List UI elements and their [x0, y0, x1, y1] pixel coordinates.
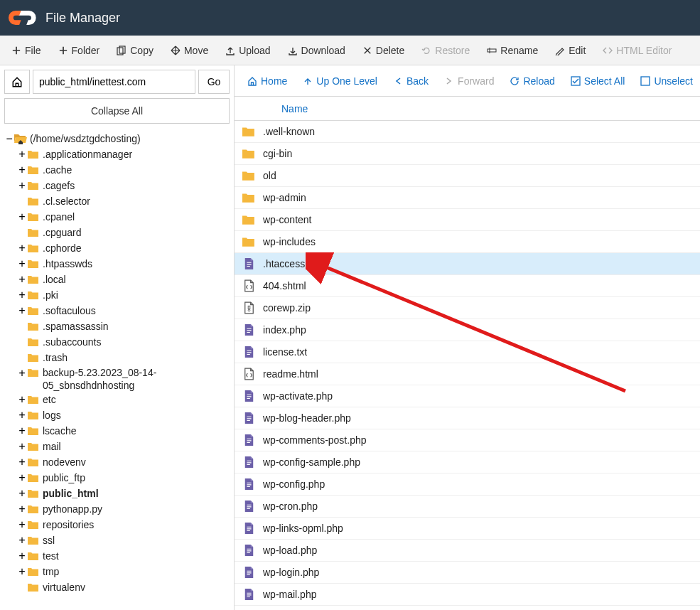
tree-toggle[interactable]: + — [17, 503, 27, 515]
tree-item[interactable]: +public_ftp — [17, 470, 230, 486]
tree-item[interactable]: +test — [17, 548, 230, 564]
tree-toggle[interactable]: + — [17, 550, 27, 562]
file-row[interactable]: wp-mail.php — [235, 584, 700, 606]
file-row[interactable]: 404.shtml — [235, 275, 700, 297]
tree-toggle[interactable]: + — [17, 487, 27, 500]
file-row[interactable]: wp-includes — [235, 231, 700, 253]
reload-action[interactable]: Reload — [502, 71, 561, 91]
tree-toggle[interactable]: + — [17, 456, 27, 469]
tree-toggle[interactable]: + — [17, 148, 27, 161]
tree-item[interactable]: +.applicationmanager — [17, 146, 230, 162]
tree-item[interactable]: .spamassassin — [17, 319, 230, 334]
path-input[interactable] — [33, 70, 195, 94]
tree-item[interactable]: +lscache — [17, 423, 230, 439]
go-button[interactable]: Go — [198, 70, 230, 94]
tree-item[interactable]: +.htpasswds — [17, 256, 230, 272]
move-button[interactable]: Move — [163, 41, 215, 60]
tree-label: .subaccounts — [43, 336, 102, 348]
folder-icon — [27, 196, 40, 207]
tree-item[interactable]: +repositories — [17, 517, 230, 533]
tree-item[interactable]: +etc — [17, 392, 230, 407]
html-editor-button[interactable]: HTML Editor — [596, 41, 679, 60]
file-row[interactable]: wp-load.php — [235, 540, 700, 562]
rename-button[interactable]: Rename — [480, 41, 545, 60]
file-row[interactable]: wp-config.php — [235, 473, 700, 496]
tree-toggle[interactable]: + — [17, 257, 27, 270]
tree-toggle[interactable]: + — [17, 471, 27, 484]
action-bar: Home Up One Level Back Forward Reload Se… — [235, 65, 700, 97]
tree-item[interactable]: .cpguard — [17, 225, 230, 240]
file-row[interactable]: wp-config-sample.php — [235, 451, 700, 473]
tree-item[interactable]: +.pki — [17, 287, 230, 303]
tree-item[interactable]: +.cpanel — [17, 209, 230, 225]
tree-item[interactable]: +ssl — [17, 533, 230, 548]
tree-toggle[interactable]: + — [17, 210, 27, 223]
file-row[interactable]: wp-admin — [235, 187, 700, 209]
tree-item[interactable]: +public_html — [17, 486, 230, 501]
tree-item[interactable]: +.cagefs — [17, 178, 230, 193]
tree-item[interactable]: +tmp — [17, 564, 230, 579]
path-home-button[interactable] — [4, 70, 30, 94]
tree-item[interactable]: +.softaculous — [17, 303, 230, 319]
file-row[interactable]: .htaccess — [235, 253, 700, 275]
file-row[interactable]: old — [235, 165, 700, 187]
tree-item[interactable]: +.cache — [17, 162, 230, 178]
forward-action[interactable]: Forward — [437, 71, 501, 91]
tree-toggle[interactable]: + — [17, 164, 27, 176]
file-row[interactable]: wp-content — [235, 209, 700, 231]
unselect-action[interactable]: Unselect — [633, 71, 699, 91]
tree-toggle[interactable]: + — [17, 440, 27, 453]
select-all-action[interactable]: Select All — [564, 71, 632, 91]
restore-button[interactable]: Restore — [414, 41, 477, 60]
tree-item[interactable]: virtualenv — [17, 579, 230, 595]
delete-button[interactable]: Delete — [355, 41, 411, 60]
file-row[interactable]: corewp.zip — [235, 297, 700, 319]
tree-toggle[interactable]: + — [17, 289, 27, 301]
tree-toggle[interactable]: + — [17, 304, 27, 317]
file-row[interactable]: wp-blog-header.php — [235, 407, 700, 429]
upload-button[interactable]: Upload — [218, 41, 277, 60]
home-action[interactable]: Home — [240, 71, 294, 91]
tree-toggle[interactable]: + — [17, 518, 27, 531]
tree-root[interactable]: − (/home/wsdztgdchosting) — [4, 131, 230, 146]
new-file-button[interactable]: File — [4, 41, 48, 60]
tree-item[interactable]: +backup-5.23.2023_08-14-05_sbnsdhdnhosti… — [17, 365, 230, 392]
file-row[interactable]: readme.html — [235, 363, 700, 385]
new-folder-button[interactable]: Folder — [51, 41, 107, 60]
tree-toggle[interactable]: + — [17, 273, 27, 286]
edit-button[interactable]: Edit — [548, 41, 593, 60]
tree-item[interactable]: +.cphorde — [17, 240, 230, 256]
tree-toggle[interactable]: + — [17, 242, 27, 255]
copy-button[interactable]: Copy — [109, 41, 161, 60]
tree-item[interactable]: .trash — [17, 350, 230, 365]
file-row[interactable]: wp-cron.php — [235, 496, 700, 518]
file-row[interactable]: .well-known — [235, 121, 700, 143]
tree-item[interactable]: +nodevenv — [17, 454, 230, 470]
tree-toggle[interactable]: + — [17, 179, 27, 192]
tree-item[interactable]: +pythonapp.py — [17, 501, 230, 517]
up-level-action[interactable]: Up One Level — [296, 71, 384, 91]
file-row[interactable]: cgi-bin — [235, 143, 700, 165]
file-row[interactable]: wp-comments-post.php — [235, 429, 700, 451]
tree-item[interactable]: +mail — [17, 439, 230, 454]
file-row[interactable]: index.php — [235, 319, 700, 341]
file-row[interactable]: wp-links-opml.php — [235, 518, 700, 540]
tree-item[interactable]: .cl.selector — [17, 193, 230, 209]
file-row[interactable]: wp-activate.php — [235, 385, 700, 407]
file-row[interactable]: license.txt — [235, 341, 700, 363]
tree-toggle[interactable]: + — [17, 367, 27, 380]
download-button[interactable]: Download — [281, 41, 352, 60]
tree-toggle[interactable]: + — [17, 393, 27, 406]
back-action[interactable]: Back — [386, 71, 436, 91]
tree-toggle[interactable]: + — [17, 565, 27, 578]
tree-toggle[interactable]: + — [17, 424, 27, 437]
tree-item[interactable]: +.local — [17, 272, 230, 287]
tree-item[interactable]: .subaccounts — [17, 334, 230, 350]
tree-item[interactable]: +logs — [17, 407, 230, 423]
tree-toggle[interactable]: + — [17, 534, 27, 547]
tree-toggle[interactable]: + — [17, 409, 27, 422]
collapse-all-button[interactable]: Collapse All — [4, 98, 230, 124]
tree-toggle[interactable]: − — [4, 132, 14, 145]
file-row[interactable]: wp-login.php — [235, 562, 700, 584]
column-header-name[interactable]: Name — [235, 97, 700, 121]
